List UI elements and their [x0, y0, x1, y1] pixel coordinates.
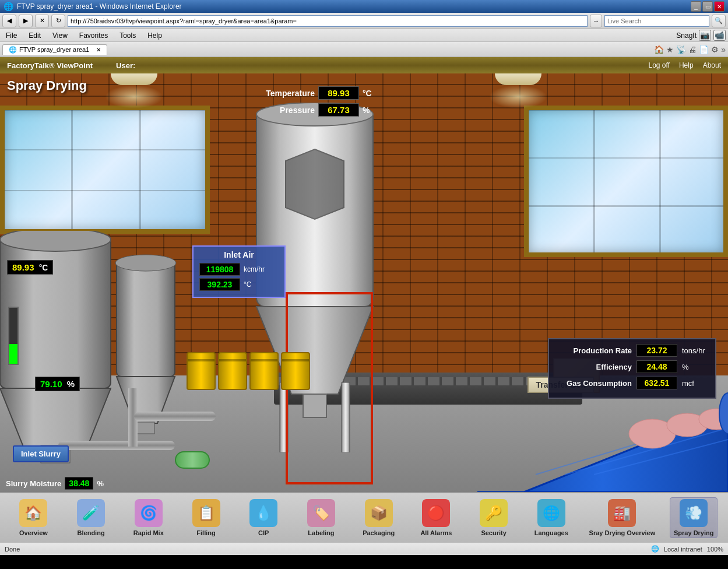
- left-tank-flow-unit: %: [67, 379, 75, 389]
- browser-tab[interactable]: 🌐 FTVP spray_dryer area1 ✕: [2, 44, 107, 55]
- zone-label: Local intranet: [664, 546, 702, 553]
- tab-close-icon[interactable]: ✕: [96, 47, 101, 53]
- barrel-4: [281, 352, 310, 390]
- nav-label-languages: Languages: [534, 529, 568, 536]
- nav-item-all_alarms[interactable]: 🔴All Alarms: [413, 498, 459, 538]
- nav-icon-packaging: 📦: [365, 499, 393, 527]
- gas-consumption-value: 632.51: [636, 377, 677, 389]
- rss-tab-icon[interactable]: 📡: [676, 45, 686, 54]
- home-tab-icon[interactable]: 🏠: [654, 45, 664, 54]
- refresh-button[interactable]: ↻: [51, 15, 65, 27]
- slurry-moisture-unit: %: [97, 479, 104, 488]
- menu-file[interactable]: File: [2, 30, 20, 41]
- snagit-toolbar: SnagIt 📷 📹: [676, 30, 726, 41]
- star-tab-icon[interactable]: ★: [666, 45, 674, 54]
- go-button[interactable]: →: [590, 15, 602, 27]
- nav-icon-cip: 💧: [249, 499, 277, 527]
- page-tab-icon[interactable]: 📄: [699, 45, 709, 54]
- ft-header-actions: Log off Help About: [648, 61, 721, 69]
- zoom-label: 100%: [707, 546, 723, 553]
- tools-tab-icon[interactable]: ⚙: [711, 45, 719, 54]
- ft-help[interactable]: Help: [679, 61, 694, 69]
- efficiency-row: Efficiency 24.48 %: [556, 360, 708, 373]
- nav-item-languages[interactable]: 🌐Languages: [528, 498, 575, 538]
- nav-label-overview: Overview: [19, 529, 48, 536]
- nav-item-rapid_mix[interactable]: 🌀Rapid Mix: [125, 498, 172, 538]
- ft-about[interactable]: About: [703, 61, 721, 69]
- status-text: Done: [5, 546, 20, 553]
- nav-item-packaging[interactable]: 📦Packaging: [356, 498, 402, 538]
- search-input[interactable]: [604, 15, 709, 27]
- pressure-label: Pressure: [262, 106, 315, 115]
- status-right: 🌐 Local intranet 100%: [651, 545, 723, 553]
- main-content: Spray Drying Temperature 89.93 °C Pressu…: [0, 73, 728, 492]
- nav-label-packaging: Packaging: [363, 529, 395, 536]
- page-title: Spray Drying: [7, 78, 87, 93]
- left-tank-flow-value: 79.10: [40, 379, 62, 389]
- left-tank-temp-value: 89.93: [12, 262, 34, 272]
- snagit-btn1[interactable]: 📷: [699, 30, 711, 41]
- nav-item-security[interactable]: 🔑Security: [470, 498, 517, 538]
- lamp-shade-right: [495, 73, 541, 85]
- minimize-button[interactable]: _: [691, 1, 701, 12]
- nav-item-filling[interactable]: 📋Filling: [183, 498, 230, 538]
- barrel-3: [249, 352, 279, 390]
- level-fill: [9, 344, 17, 364]
- inlet-air-panel: Inlet Air 119808 kcm/hr 392.23 °C: [192, 245, 286, 298]
- chevron-tab-icon[interactable]: »: [721, 45, 726, 54]
- nav-label-filling: Filling: [196, 529, 215, 536]
- production-rate-value: 23.72: [636, 344, 677, 357]
- menu-edit[interactable]: Edit: [25, 30, 44, 41]
- svg-point-12: [115, 255, 176, 271]
- gas-consumption-unit: mcf: [682, 379, 708, 388]
- nav-item-overview[interactable]: 🏠Overview: [10, 498, 57, 538]
- left-tank-temp: 89.93 °C: [7, 260, 53, 275]
- wall-window-right: [524, 106, 728, 257]
- left-tank-temp-unit: °C: [39, 263, 48, 272]
- tab-favicon: 🌐: [9, 46, 17, 54]
- nav-icon-filling: 📋: [192, 499, 220, 527]
- gas-consumption-row: Gas Consumption 632.51 mcf: [556, 377, 708, 389]
- nav-item-labeling[interactable]: 🏷️Labeling: [298, 498, 344, 538]
- inlet-air-flow-value: 119808: [199, 263, 240, 276]
- temp-row: Temperature 89.93 °C: [262, 86, 372, 100]
- snagit-btn2[interactable]: 📹: [713, 30, 726, 41]
- inlet-slurry-button[interactable]: Inlet Slurry: [13, 445, 69, 462]
- menu-tools[interactable]: Tools: [116, 30, 139, 41]
- nav-item-spray_drying_overview[interactable]: 🏭Sray Drying Overview: [586, 498, 659, 538]
- menu-help[interactable]: Help: [144, 30, 166, 41]
- restore-button[interactable]: ▭: [702, 1, 713, 12]
- nav-label-security: Security: [481, 529, 506, 536]
- menu-view[interactable]: View: [49, 30, 71, 41]
- nav-icon-rapid_mix: 🌀: [135, 499, 163, 527]
- nav-item-cip[interactable]: 💧CIP: [240, 498, 287, 538]
- nav-label-spray_drying_overview: Sray Drying Overview: [589, 529, 656, 536]
- efficiency-unit: %: [682, 363, 708, 371]
- svg-marker-2: [286, 149, 344, 219]
- print-tab-icon[interactable]: 🖨: [688, 45, 697, 54]
- back-button[interactable]: ◀: [2, 15, 16, 27]
- slurry-moisture-value: 38.48: [65, 477, 93, 490]
- ft-logoff[interactable]: Log off: [648, 61, 669, 69]
- search-button[interactable]: 🔍: [712, 15, 726, 27]
- zone-icon: 🌐: [651, 545, 659, 553]
- close-button[interactable]: ✕: [714, 1, 725, 12]
- stop-button[interactable]: ✕: [35, 15, 49, 27]
- temp-label: Temperature: [262, 89, 315, 98]
- forward-button[interactable]: ▶: [19, 15, 33, 27]
- nav-label-rapid_mix: Rapid Mix: [133, 529, 164, 536]
- menu-favorites[interactable]: Favorites: [76, 30, 111, 41]
- left-tank-flow: 79.10 %: [35, 377, 80, 391]
- window-controls: _ ▭ ✕: [691, 1, 725, 12]
- address-bar[interactable]: [68, 15, 588, 27]
- inlet-air-title: Inlet Air: [199, 250, 279, 259]
- inlet-air-temp-unit: °C: [244, 280, 251, 289]
- ft-user-label: User:: [116, 61, 135, 70]
- menu-bar: File Edit View Favorites Tools Help Snag…: [0, 29, 728, 42]
- nav-item-spray_drying[interactable]: 💨Spray Drying: [670, 497, 718, 538]
- stats-panel: Production Rate 23.72 tons/hr Efficiency…: [548, 338, 716, 399]
- tab-label: FTVP spray_dryer area1: [19, 46, 89, 53]
- svg-rect-11: [117, 260, 175, 377]
- nav-label-all_alarms: All Alarms: [420, 529, 452, 536]
- nav-item-blending[interactable]: 🧪Blending: [68, 498, 114, 538]
